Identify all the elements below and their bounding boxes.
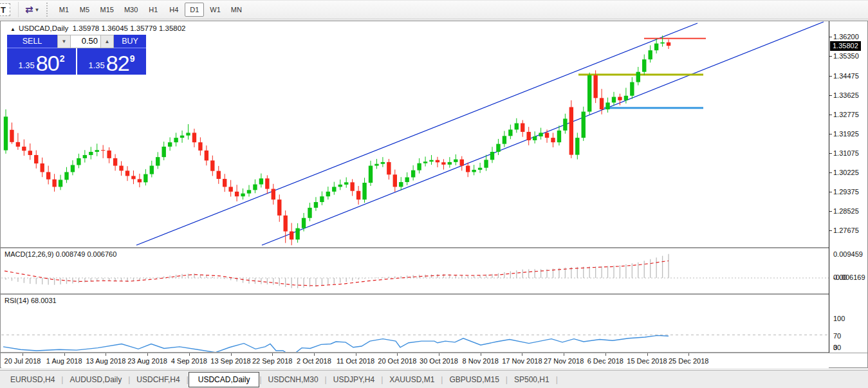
candle <box>174 133 178 146</box>
candle <box>460 156 464 171</box>
candle <box>423 156 427 166</box>
volume-input[interactable]: 0.50 <box>71 35 100 48</box>
chart-tab-xauusd[interactable]: XAUUSD,M1 <box>383 373 441 387</box>
price-chart-pane[interactable]: ▲USDCAD,Daily 1.35978 1.36045 1.35779 1.… <box>1 21 829 247</box>
date-label: 6 Dec 2018 <box>587 357 623 365</box>
candle <box>46 166 50 185</box>
date-label: 17 Nov 2018 <box>502 357 542 365</box>
macd-canvas[interactable] <box>1 248 829 293</box>
price-axis-label: 1.31925 <box>833 130 859 138</box>
sell-price-small: 1.35 <box>19 60 35 70</box>
price-axis-label: 1.30225 <box>833 169 859 176</box>
candle <box>228 180 232 197</box>
timeframe-button-w1[interactable]: W1 <box>205 3 225 17</box>
candle <box>515 118 519 133</box>
toolbar-separator <box>18 2 19 17</box>
chart-tab-eurusd[interactable]: EURUSD,H4 <box>4 373 61 387</box>
time-tick <box>522 353 522 356</box>
timeframe-button-m5[interactable]: M5 <box>75 3 95 17</box>
timeframe-button-mn[interactable]: MN <box>226 3 246 17</box>
candle <box>478 163 482 173</box>
sell-button[interactable]: SELL <box>7 35 57 48</box>
time-tick <box>647 353 648 356</box>
candle <box>338 180 342 190</box>
price-tick <box>829 76 832 77</box>
price-axis-label: 1.27675 <box>833 226 859 234</box>
candle <box>71 160 75 175</box>
timeframe-button-h1[interactable]: H1 <box>143 3 163 17</box>
candle <box>393 170 397 192</box>
candle <box>387 159 391 180</box>
timeframe-button-h4[interactable]: H4 <box>164 3 183 17</box>
time-tick <box>688 353 689 356</box>
chart-tab-gbpusd[interactable]: GBPUSD,M15 <box>443 373 505 387</box>
chart-tab-usdcnh[interactable]: USDCNH,M30 <box>262 373 325 387</box>
candle <box>95 143 99 156</box>
candle <box>649 45 652 62</box>
date-label: 30 Oct 2018 <box>420 357 458 365</box>
volume-decrease-button[interactable]: ▼ <box>57 35 71 48</box>
price-axis[interactable]: 1.362001.353501.344751.336251.327751.319… <box>829 21 867 353</box>
candle <box>369 161 373 186</box>
rsi-pane[interactable]: RSI(14) 68.0031 <box>1 295 829 352</box>
price-axis-label: 1.31075 <box>833 149 859 157</box>
rsi-canvas[interactable] <box>1 295 829 352</box>
candle <box>125 166 129 181</box>
text-tool-icon[interactable]: T <box>0 3 10 16</box>
buy-price-display[interactable]: 1.35 82 9 <box>77 48 146 75</box>
channel-upper[interactable] <box>136 23 697 245</box>
time-axis[interactable]: 20 Jul 20181 Aug 201813 Aug 201823 Aug 2… <box>1 353 829 368</box>
candle <box>575 133 579 159</box>
volume-increase-button[interactable]: ▲ <box>100 35 114 48</box>
price-axis-label: 1.28525 <box>833 207 859 215</box>
candle <box>630 77 634 99</box>
candle <box>436 157 439 167</box>
date-label: 27 Nov 2018 <box>544 357 584 365</box>
toolbar-drag-handle[interactable] <box>46 3 49 17</box>
date-label: 15 Dec 2018 <box>627 357 667 365</box>
macd-pane[interactable]: MACD(12,26,9) 0.008749 0.006760 <box>1 248 829 293</box>
sell-price-display[interactable]: 1.35 80 2 <box>7 48 76 75</box>
time-tick <box>106 353 106 356</box>
candle <box>180 131 184 143</box>
date-label: 23 Aug 2018 <box>127 357 167 365</box>
chart-tab-usdjpy[interactable]: USDJPY,H4 <box>327 373 381 387</box>
candle <box>131 171 135 184</box>
candle <box>210 156 214 176</box>
date-label: 11 Oct 2018 <box>337 357 374 365</box>
candle <box>484 155 488 171</box>
timeframe-button-m15[interactable]: M15 <box>96 3 118 17</box>
candle <box>551 133 555 147</box>
candle <box>10 122 14 143</box>
chevron-down-icon[interactable]: ▼ <box>35 7 40 13</box>
candle <box>217 166 221 184</box>
timeframe-bar: M1M5M15M30H1H4D1W1MN <box>54 3 247 17</box>
candle <box>113 154 117 171</box>
chart-tab-sp500[interactable]: SP500,H1 <box>508 373 556 387</box>
chart-tab-usdchf[interactable]: USDCHF,H4 <box>130 373 186 387</box>
candle <box>539 128 542 140</box>
macd-axis-label: 0.009459 <box>833 250 863 258</box>
chart-tab-usdcad[interactable]: USDCAD,Daily <box>189 372 260 387</box>
candle <box>350 179 354 196</box>
date-label: 22 Sep 2018 <box>252 357 292 365</box>
cycle-arrows-icon[interactable]: ⇄ <box>25 4 33 15</box>
candle <box>107 147 111 163</box>
timeframe-button-d1[interactable]: D1 <box>185 3 204 17</box>
chart-tab-audusd[interactable]: AUDUSD,Daily <box>63 373 128 387</box>
date-label: 25 Dec 2018 <box>669 357 708 365</box>
date-label: 13 Aug 2018 <box>86 357 125 365</box>
timeframe-button-m30[interactable]: M30 <box>120 3 142 17</box>
date-label: 20 Jul 2018 <box>5 357 41 365</box>
candle <box>508 125 512 140</box>
candle <box>605 98 609 113</box>
price-axis-label: 1.35350 <box>833 52 859 60</box>
candle <box>16 133 20 150</box>
candle <box>466 163 470 178</box>
time-tick <box>605 353 606 356</box>
macd-axis-label: -0.006169 <box>833 273 865 281</box>
time-tick <box>189 353 190 356</box>
timeframe-button-m1[interactable]: M1 <box>55 3 74 17</box>
buy-button[interactable]: BUY <box>114 35 146 48</box>
buy-price-sup: 9 <box>130 53 135 64</box>
